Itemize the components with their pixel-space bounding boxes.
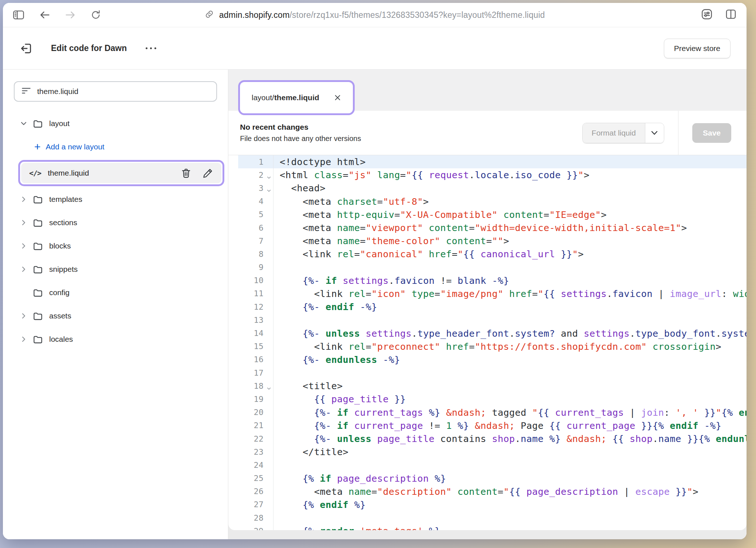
code-line-10[interactable]: 10 {%- if settings.favicon != blank -%}: [238, 274, 747, 287]
chevron-right-icon[interactable]: [19, 336, 28, 343]
code-line-26[interactable]: 26 <meta name="description" content="{{ …: [238, 485, 747, 498]
exit-icon[interactable]: [19, 41, 34, 56]
code-text: <title>: [273, 379, 747, 392]
code-line-4[interactable]: 4 <meta charset="utf-8">: [238, 195, 747, 208]
code-line-24[interactable]: 24: [238, 458, 747, 471]
file-tree: layout+Add a new layout</>theme.liquidte…: [3, 112, 228, 351]
page-settings-icon[interactable]: [701, 8, 713, 22]
close-icon[interactable]: [334, 94, 341, 101]
line-number: 7: [238, 234, 273, 247]
fold-chevron-icon[interactable]: [267, 384, 271, 393]
app-header: Edit code for Dawn Preview store: [3, 27, 747, 69]
sidebar-item-locales[interactable]: locales: [3, 328, 228, 351]
file-item-theme.liquid[interactable]: </>theme.liquid: [21, 163, 221, 183]
code-line-2[interactable]: 2<html class="js" lang="{{ request.local…: [238, 168, 747, 181]
code-line-21[interactable]: 21 {%- if current_page != 1 %} &ndash; P…: [238, 419, 747, 432]
preview-store-button[interactable]: Preview store: [664, 39, 731, 58]
back-icon[interactable]: [39, 10, 50, 20]
folder-icon: [32, 310, 43, 321]
code-text: {% if page_description %}: [273, 472, 747, 485]
code-line-14[interactable]: 14 {%- unless settings.type_header_font.…: [238, 326, 747, 340]
chevron-right-icon[interactable]: [19, 242, 28, 250]
folder-label: snippets: [49, 265, 78, 274]
code-line-5[interactable]: 5 <meta http-equiv="X-UA-Compatible" con…: [238, 208, 747, 221]
more-actions-icon[interactable]: [146, 47, 156, 49]
fold-chevron-icon[interactable]: [267, 186, 271, 195]
code-line-13[interactable]: 13: [238, 313, 747, 326]
sidebar-item-config[interactable]: config: [3, 281, 228, 304]
code-line-18[interactable]: 18 <title>: [238, 379, 747, 392]
code-file-icon: </>: [29, 169, 41, 177]
file-search[interactable]: [14, 81, 217, 102]
line-number: 28: [238, 511, 273, 524]
code-line-15[interactable]: 15 <link rel="preconnect" href="https://…: [238, 340, 747, 353]
code-text: <meta charset="utf-8">: [273, 195, 747, 208]
folder-label: templates: [49, 195, 82, 204]
code-line-27[interactable]: 27 {% endif %}: [238, 498, 747, 511]
code-line-17[interactable]: 17: [238, 366, 747, 379]
code-line-12[interactable]: 12 {%- endif -%}: [238, 300, 747, 313]
browser-window: admin.shopify.com/store/rzq1xu-f5/themes…: [3, 3, 747, 539]
code-line-6[interactable]: 6 <meta name="viewport" content="width=d…: [238, 221, 747, 234]
sidebar-item-layout[interactable]: layout: [3, 112, 228, 135]
forward-icon[interactable]: [65, 10, 76, 20]
url-bar[interactable]: admin.shopify.com/store/rzq1xu-f5/themes…: [205, 3, 545, 27]
chevron-right-icon[interactable]: [19, 219, 28, 226]
code-line-23[interactable]: 23 </title>: [238, 445, 747, 458]
code-line-8[interactable]: 8 <link rel="canonical" href="{{ canonic…: [238, 247, 747, 261]
format-liquid-button[interactable]: Format liquid: [583, 123, 645, 143]
chevron-right-icon[interactable]: [19, 266, 28, 273]
tab-theme-liquid[interactable]: layout/theme.liquid: [241, 83, 351, 112]
sidebar-item-sections[interactable]: sections: [3, 211, 228, 234]
sidebar-item-blocks[interactable]: blocks: [3, 234, 228, 258]
code-text: <head>: [273, 181, 747, 195]
code-line-3[interactable]: 3 <head>: [238, 181, 747, 195]
chevron-down-icon[interactable]: [19, 120, 28, 127]
code-text: {%- endif -%}: [273, 300, 747, 313]
line-number: 24: [238, 458, 273, 471]
code-text: [273, 313, 747, 326]
code-line-16[interactable]: 16 {%- endunless -%}: [238, 353, 747, 366]
folder-label: layout: [49, 119, 70, 128]
chevron-right-icon[interactable]: [19, 196, 28, 203]
fold-chevron-icon[interactable]: [267, 173, 271, 182]
code-line-28[interactable]: 28: [238, 511, 747, 524]
sidebar-panel-icon[interactable]: [12, 9, 25, 20]
line-number: 18: [238, 379, 273, 392]
button-divider: [678, 111, 678, 155]
code-line-7[interactable]: 7 <meta name="theme-color" content="">: [238, 234, 747, 247]
code-line-25[interactable]: 25 {% if page_description %}: [238, 472, 747, 485]
code-editor[interactable]: 1<!doctype html>2<html class="js" lang="…: [238, 155, 747, 530]
code-text: [273, 261, 747, 274]
folder-label: locales: [49, 335, 73, 344]
rename-file-icon[interactable]: [202, 168, 213, 179]
code-text: [273, 458, 747, 471]
format-liquid-dropdown[interactable]: [645, 123, 664, 143]
code-line-11[interactable]: 11 <link rel="icon" type="image/png" hre…: [238, 287, 747, 300]
sidebar-item-templates[interactable]: templates: [3, 188, 228, 211]
code-line-1[interactable]: 1<!doctype html>: [238, 155, 747, 168]
chevron-right-icon[interactable]: [19, 312, 28, 320]
version-title: No recent changes: [240, 123, 361, 132]
reload-icon[interactable]: [90, 9, 101, 21]
line-number: 20: [238, 406, 273, 419]
sidebar-item-snippets[interactable]: snippets: [3, 258, 228, 281]
line-number: 23: [238, 445, 273, 458]
code-line-29[interactable]: 29 {% render 'meta-tags' %}: [238, 524, 747, 530]
code-line-9[interactable]: 9: [238, 261, 747, 274]
save-button[interactable]: Save: [692, 123, 731, 143]
file-label: theme.liquid: [48, 169, 170, 177]
folder-label: assets: [49, 312, 71, 320]
code-line-20[interactable]: 20 {%- if current_tags %} &ndash; tagged…: [238, 406, 747, 419]
sidebar-item-assets[interactable]: assets: [3, 304, 228, 328]
line-number: 27: [238, 498, 273, 511]
line-number: 13: [238, 313, 273, 326]
editor-pane: layout/theme.liquid No recent changes Fi…: [228, 70, 747, 539]
split-view-icon[interactable]: [725, 8, 737, 22]
search-input[interactable]: [37, 87, 210, 96]
filter-icon: [21, 86, 31, 97]
delete-file-icon[interactable]: [181, 168, 192, 179]
code-line-22[interactable]: 22 {%- unless page_title contains shop.n…: [238, 432, 747, 445]
code-line-19[interactable]: 19 {{ page_title }}: [238, 392, 747, 406]
add-new-layout-link[interactable]: +Add a new layout: [3, 135, 228, 158]
